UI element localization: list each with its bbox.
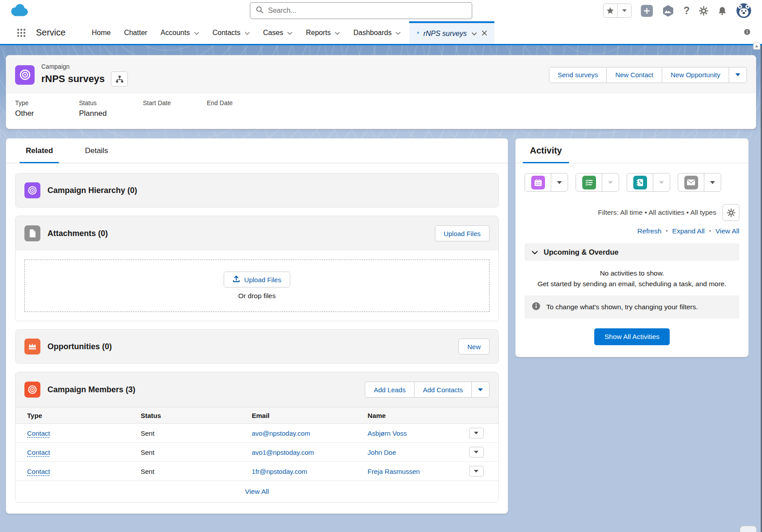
notifications-bell-icon[interactable] [718,6,727,16]
log-call-button[interactable] [627,173,653,191]
chevron-down-icon[interactable] [395,29,401,37]
activity-settings-gear-icon[interactable] [723,204,739,221]
email-button[interactable] [678,173,704,191]
task-caret-icon[interactable] [602,173,619,191]
record-action-buttons: Send surveys New Contact New Opportunity [549,67,747,83]
global-search[interactable] [250,2,472,19]
salesforce-window: ? [0,0,762,532]
section-title[interactable]: Campaign Members (3) [47,385,135,394]
favorites-split-button [603,4,632,18]
column-header-name[interactable]: Name [363,407,464,424]
tab-close-icon[interactable] [482,30,487,38]
favorite-star-icon[interactable] [604,4,617,17]
opportunities-section: Opportunities (0) New [15,329,499,364]
row-actions-caret-icon[interactable] [469,447,484,457]
column-header-status[interactable]: Status [136,407,247,424]
global-actions-icon[interactable] [641,5,653,17]
scroll-up-button[interactable] [753,43,760,50]
member-status: Sent [136,424,247,443]
member-type-link[interactable]: Contact [27,449,50,456]
member-email-link[interactable]: avo@npstoday.com [252,430,310,437]
expand-all-link[interactable]: Expand All [672,227,705,235]
upcoming-overdue-header[interactable]: Upcoming & Overdue [525,243,739,261]
chevron-down-icon[interactable] [335,29,340,37]
email-caret-icon[interactable] [704,173,721,191]
chevron-down-icon[interactable] [287,29,292,37]
campaign-icon [15,65,35,85]
global-header: ? [0,0,762,21]
member-email-link[interactable]: 1fr@npstoday.com [252,468,307,475]
dropzone-hint: Or drop files [238,292,276,300]
table-row: Contact Sent avo1@npstoday.com John Doe [16,443,498,462]
nav-item-accounts[interactable]: Accounts [154,21,206,44]
add-contacts-button[interactable]: Add Contacts [415,382,472,398]
member-name-link[interactable]: John Doe [367,449,396,456]
send-surveys-button[interactable]: Send surveys [549,67,607,83]
view-hierarchy-button[interactable] [111,71,128,87]
member-status: Sent [136,462,247,481]
dropzone-upload-button[interactable]: Upload Files [224,272,290,288]
user-avatar[interactable] [736,3,751,18]
member-email-link[interactable]: avo1@npstoday.com [252,449,314,456]
new-contact-button[interactable]: New Contact [607,67,662,83]
add-leads-button[interactable]: Add Leads [365,382,415,398]
nav-item-contacts[interactable]: Contacts [206,21,257,44]
call-caret-icon[interactable] [653,173,670,191]
info-icon[interactable] [744,28,750,37]
members-more-caret-icon[interactable] [472,382,490,398]
column-header-type[interactable]: Type [16,407,136,424]
nav-item-dashboards[interactable]: Dashboards [347,21,407,44]
new-opportunity-button[interactable]: New Opportunity [662,67,729,83]
new-event-button[interactable] [525,173,551,191]
new-task-button[interactable] [576,173,602,191]
utility-dock[interactable] [740,526,757,532]
salesforce-logo-icon[interactable] [9,3,29,19]
section-title[interactable]: Opportunities (0) [47,342,112,351]
refresh-link[interactable]: Refresh [637,227,661,235]
calendar-icon [531,176,545,189]
campaign-members-section: Campaign Members (3) Add Leads Add Conta… [15,372,499,503]
activity-view-all-link[interactable]: View All [715,227,739,235]
member-type-link[interactable]: Contact [27,430,50,437]
member-name-link[interactable]: Asbjørn Voss [367,430,407,437]
tab-chevron-down-icon[interactable] [471,30,477,38]
member-type-link[interactable]: Contact [27,468,50,475]
record-identity: Campaign rNPS surveys [41,63,128,87]
header-icon-bar: ? [603,0,751,21]
new-opportunity-related-button[interactable]: New [458,339,490,355]
nav-item-reports[interactable]: Reports [299,21,347,44]
row-actions-caret-icon[interactable] [469,428,484,438]
upload-files-button[interactable]: Upload Files [435,225,490,241]
row-actions-caret-icon[interactable] [469,466,484,477]
envelope-icon [684,176,698,189]
member-name-link[interactable]: Freja Rasmussen [367,468,420,475]
more-actions-caret-icon[interactable] [729,67,747,83]
nav-item-cases[interactable]: Cases [257,21,299,44]
tab-activity[interactable]: Activity [523,138,569,163]
help-icon[interactable]: ? [683,6,690,16]
campaign-hierarchy-icon [24,182,40,198]
event-caret-icon[interactable] [551,173,568,191]
activity-empty-state: No activities to show. Get started by se… [525,268,739,289]
nav-item-chatter[interactable]: Chatter [117,21,154,44]
view-all-link[interactable]: View All [245,488,269,496]
file-dropzone[interactable]: Upload Files Or drop files [24,260,490,312]
section-title[interactable]: Attachments (0) [47,229,108,238]
section-title[interactable]: Campaign Hierarchy (0) [47,186,137,195]
tab-rnps-surveys[interactable]: * rNPS surveys [409,21,494,44]
record-highlights-card: Campaign rNPS surveys [6,55,756,129]
app-name[interactable]: Service [36,21,66,44]
favorites-caret-icon[interactable] [617,4,631,17]
setup-gear-icon[interactable] [699,6,708,16]
trailhead-icon[interactable] [662,5,674,17]
app-launcher-icon[interactable] [14,21,29,44]
nav-item-home[interactable]: Home [85,21,118,44]
chevron-down-icon[interactable] [245,29,250,37]
column-header-email[interactable]: Email [247,407,363,424]
search-input[interactable] [268,7,466,15]
info-icon [532,302,541,312]
tab-related[interactable]: Related [20,138,59,163]
chevron-down-icon[interactable] [194,29,199,37]
show-all-activities-button[interactable]: Show All Activities [594,328,670,345]
tab-details[interactable]: Details [79,138,114,163]
